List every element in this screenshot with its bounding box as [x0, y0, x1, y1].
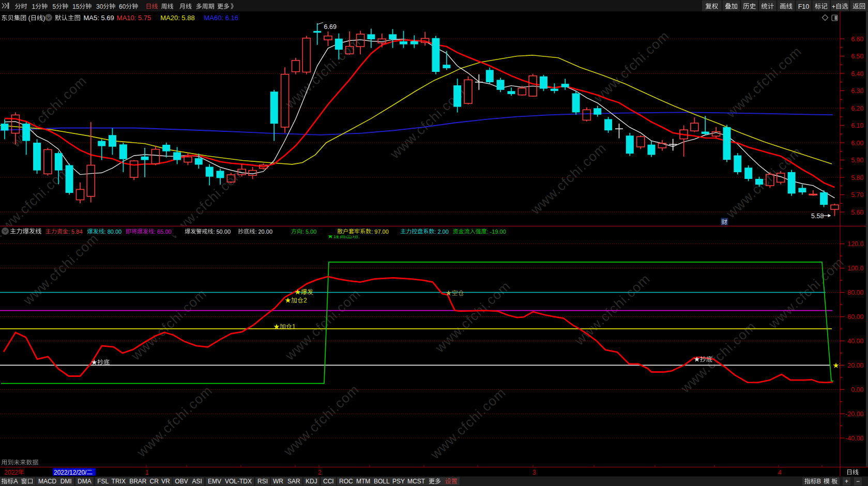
svg-text:60: 60 — [119, 3, 126, 10]
svg-text:2022/12/20/: 2022/12/20/ — [54, 469, 87, 476]
svg-text:5.58: 5.58 — [811, 212, 824, 220]
svg-text:6.20: 6.20 — [851, 105, 863, 112]
svg-text:VR: VR — [161, 478, 170, 485]
svg-text:: 2.00: : 2.00 — [434, 229, 449, 235]
svg-text:B: B — [817, 478, 821, 485]
svg-text:: 5.84: : 5.84 — [68, 229, 83, 235]
svg-text:: -19.00: : -19.00 — [487, 229, 506, 235]
svg-text:0.00: 0.00 — [851, 386, 863, 393]
svg-text:MA5: 5.69: MA5: 5.69 — [84, 14, 114, 22]
svg-text:CR: CR — [150, 478, 159, 485]
svg-text:EMV: EMV — [208, 478, 221, 485]
svg-text:F10: F10 — [798, 3, 810, 10]
svg-text:FSL: FSL — [97, 478, 109, 485]
svg-text:: 65.00: : 65.00 — [154, 229, 172, 235]
svg-text:20.00: 20.00 — [847, 362, 863, 369]
svg-text:6.40: 6.40 — [851, 70, 863, 78]
svg-text:2022: 2022 — [4, 469, 18, 476]
svg-text:MCST: MCST — [407, 478, 425, 485]
svg-text:1: 1 — [145, 469, 149, 476]
svg-text:3: 3 — [532, 469, 536, 476]
svg-text:: 80.00: : 80.00 — [104, 229, 122, 235]
svg-text:ROC: ROC — [339, 478, 353, 485]
svg-text:15: 15 — [72, 3, 80, 10]
svg-text:−: − — [856, 478, 860, 485]
svg-text:4: 4 — [778, 469, 782, 476]
svg-text:6.50: 6.50 — [851, 53, 863, 60]
svg-text:OBV: OBV — [175, 478, 188, 485]
svg-text:5: 5 — [53, 3, 56, 10]
svg-text:+: + — [845, 478, 848, 485]
svg-text:SAR: SAR — [287, 478, 300, 485]
svg-text:-40.00: -40.00 — [845, 435, 863, 442]
svg-text:ASI: ASI — [192, 478, 202, 485]
svg-text:TRIX: TRIX — [112, 478, 126, 485]
svg-text:5.60: 5.60 — [851, 209, 863, 216]
svg-text:WR: WR — [273, 478, 283, 485]
svg-text:2: 2 — [318, 469, 322, 476]
svg-text:6.00: 6.00 — [851, 140, 863, 147]
svg-text:: 20.00: : 20.00 — [255, 229, 272, 235]
svg-text:): ) — [43, 14, 45, 22]
svg-text:PSY: PSY — [392, 478, 405, 485]
svg-text:A: A — [13, 478, 18, 485]
svg-text:MACD: MACD — [38, 478, 57, 485]
svg-text:30: 30 — [96, 3, 103, 10]
svg-text:5.90: 5.90 — [851, 157, 863, 164]
svg-text:60.00: 60.00 — [847, 313, 863, 321]
svg-text:100.0: 100.0 — [847, 265, 863, 272]
svg-text:BRAR: BRAR — [129, 478, 147, 485]
svg-text:MA60: 6.16: MA60: 6.16 — [204, 14, 239, 22]
svg-text:DMI: DMI — [60, 478, 72, 485]
svg-text:-20.00: -20.00 — [845, 411, 863, 418]
svg-text:BOLL: BOLL — [374, 478, 390, 485]
svg-text:MA10: 5.75: MA10: 5.75 — [117, 14, 151, 22]
svg-text:5.70: 5.70 — [851, 191, 863, 199]
svg-text:(: ( — [26, 14, 30, 22]
svg-text:1: 1 — [292, 323, 296, 330]
svg-text:1: 1 — [32, 3, 36, 10]
svg-text:RSI: RSI — [257, 478, 268, 485]
svg-text:120.0: 120.0 — [847, 240, 863, 248]
svg-text:6.10: 6.10 — [851, 122, 863, 129]
svg-text:6.69: 6.69 — [324, 23, 337, 31]
svg-text:VOL-TDX: VOL-TDX — [225, 478, 252, 485]
svg-text:6.60: 6.60 — [851, 36, 863, 43]
svg-text:+: + — [832, 3, 835, 10]
svg-text:MTM: MTM — [356, 478, 370, 485]
svg-text:MA20: 5.88: MA20: 5.88 — [160, 14, 195, 22]
svg-text:: 5.00: : 5.00 — [302, 229, 317, 235]
svg-text:80.00: 80.00 — [847, 289, 863, 296]
svg-text:DMA: DMA — [78, 478, 92, 485]
svg-text:2: 2 — [303, 297, 307, 304]
svg-text:5.80: 5.80 — [851, 174, 863, 181]
svg-text:: 50.00: : 50.00 — [213, 229, 231, 235]
svg-text:40.00: 40.00 — [847, 338, 863, 345]
svg-text:CCI: CCI — [323, 478, 334, 485]
svg-text:KDJ: KDJ — [306, 478, 317, 485]
svg-text:6.30: 6.30 — [851, 87, 863, 95]
svg-text:: 97.00: : 97.00 — [371, 229, 389, 235]
